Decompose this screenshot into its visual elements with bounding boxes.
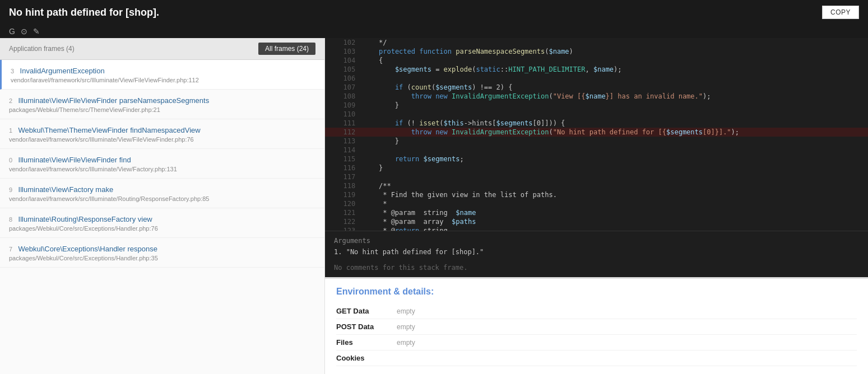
line-code: if (! isset($this->hints[$segments[0]]))… <box>362 119 868 128</box>
frame-class: Webkul\Theme\ThemeViewFinder findNamespa… <box>18 126 201 134</box>
pencil-icon[interactable]: ✎ <box>33 27 40 36</box>
line-code: /** <box>362 181 868 190</box>
line-number: 102 <box>325 38 362 47</box>
line-number: 118 <box>325 181 362 190</box>
frame-file: vendor/laravel/framework/src/Illuminate/… <box>9 195 315 202</box>
line-code <box>362 172 868 181</box>
line-code <box>362 110 868 119</box>
code-line: 117 <box>325 172 868 181</box>
line-number: 121 <box>325 208 362 217</box>
line-code: * <box>362 199 868 208</box>
line-code: throw new InvalidArgumentException("No h… <box>362 128 868 137</box>
line-number: 111 <box>325 119 362 128</box>
code-line: 121 * @param string $name <box>325 208 868 217</box>
frame-class: Illuminate\View\FileViewFinder find <box>18 156 131 164</box>
frame-file: packages/Webkul/Core/src/Exceptions/Hand… <box>9 255 315 261</box>
frame-number: 1 <box>9 127 12 134</box>
env-val-post: empty <box>397 323 415 331</box>
env-title: Environment & details: <box>336 287 857 297</box>
right-content: 102 */103 protected function parseNamesp… <box>325 38 868 277</box>
frame-class: Illuminate\View\FileViewFinder parseName… <box>18 96 210 105</box>
line-code: return $segments; <box>362 155 868 163</box>
env-key-post: POST Data <box>336 322 392 331</box>
line-number: 109 <box>325 101 362 110</box>
line-code: } <box>362 101 868 110</box>
line-number: 110 <box>325 110 362 119</box>
frame-class: Illuminate\Routing\ResponseFactory view <box>18 215 152 223</box>
line-number: 123 <box>325 226 362 231</box>
code-line: 112 throw new InvalidArgumentException("… <box>325 128 868 137</box>
frame-item[interactable]: 9 Illuminate\View\Factory make vendor/la… <box>0 179 324 208</box>
code-line: 106 <box>325 74 868 83</box>
frame-class: Webkul\Core\Exceptions\Handler response <box>18 245 157 253</box>
env-section: Environment & details: GET Data empty PO… <box>325 279 868 374</box>
frame-class: Illuminate\View\Factory make <box>18 185 114 194</box>
frame-file: vendor/laravel/framework/src/Illuminate/… <box>9 166 315 172</box>
code-line: 107 if (count($segments) !== 2) { <box>325 83 868 92</box>
env-key-cookies: Cookies <box>336 354 392 362</box>
frame-item[interactable]: 2 Illuminate\View\FileViewFinder parseNa… <box>0 90 324 119</box>
line-number: 112 <box>325 128 362 137</box>
app-frames-label: Application frames (4) <box>9 45 75 53</box>
line-code: } <box>362 137 868 146</box>
line-number: 119 <box>325 190 362 199</box>
code-line: 123 * @return string <box>325 226 868 231</box>
env-row-post: POST Data empty <box>336 319 857 335</box>
frame-item[interactable]: 0 Illuminate\View\FileViewFinder find ve… <box>0 149 324 179</box>
line-number: 105 <box>325 65 362 74</box>
line-number: 115 <box>325 155 362 163</box>
circle-icon[interactable]: ⊙ <box>21 27 27 36</box>
error-title: No hint path defined for [shop]. <box>9 7 159 18</box>
code-line: 113 } <box>325 137 868 146</box>
line-code: * @return string <box>362 226 868 231</box>
code-line: 109 } <box>325 101 868 110</box>
frame-item[interactable]: 3 InvalidArgumentException vendor/larave… <box>0 60 324 90</box>
frame-item[interactable]: 8 Illuminate\Routing\ResponseFactory vie… <box>0 208 324 238</box>
env-val-get: empty <box>397 307 415 315</box>
env-key-get: GET Data <box>336 307 392 315</box>
line-code: throw new InvalidArgumentException("View… <box>362 92 868 101</box>
frame-number: 9 <box>9 186 12 193</box>
line-code <box>362 146 868 155</box>
left-panel: Application frames (4) All frames (24) 3… <box>0 38 325 374</box>
code-area[interactable]: 102 */103 protected function parseNamesp… <box>325 38 868 231</box>
frame-item[interactable]: 7 Webkul\Core\Exceptions\Handler respons… <box>0 238 324 268</box>
main-layout: Application frames (4) All frames (24) 3… <box>0 38 868 374</box>
line-number: 103 <box>325 47 362 56</box>
code-table: 102 */103 protected function parseNamesp… <box>325 38 868 231</box>
line-number: 108 <box>325 92 362 101</box>
code-line: 103 protected function parseNamespaceSeg… <box>325 47 868 56</box>
frame-file: vendor/laravel/framework/src/Illuminate/… <box>11 77 315 83</box>
frame-item[interactable]: 1 Webkul\Theme\ThemeViewFinder findNames… <box>0 119 324 149</box>
line-code: protected function parseNamespaceSegment… <box>362 47 868 56</box>
google-icon[interactable]: G <box>9 27 15 36</box>
error-bar: No hint path defined for [shop]. COPY <box>0 0 868 25</box>
no-comments: No comments for this stack frame. <box>325 260 868 277</box>
right-panel: 102 */103 protected function parseNamesp… <box>325 38 868 374</box>
argument-item: 1. "No hint path defined for [shop]." <box>334 247 859 257</box>
line-code <box>362 74 868 83</box>
code-line: 122 * @param array $paths <box>325 217 868 226</box>
frame-class: InvalidArgumentException <box>20 67 105 75</box>
icon-row: G ⊙ ✎ <box>0 25 868 38</box>
code-line: 114 <box>325 146 868 155</box>
env-row-cookies: Cookies <box>336 350 857 366</box>
code-line: 118 /** <box>325 181 868 190</box>
code-line: 104 { <box>325 56 868 65</box>
bottom-panel: Environment & details: GET Data empty PO… <box>325 277 868 374</box>
code-line: 116 } <box>325 163 868 172</box>
line-number: 104 <box>325 56 362 65</box>
code-line: 110 <box>325 110 868 119</box>
code-line: 120 * <box>325 199 868 208</box>
frames-list[interactable]: 3 InvalidArgumentException vendor/larave… <box>0 60 324 374</box>
code-line: 115 return $segments; <box>325 155 868 163</box>
line-number: 107 <box>325 83 362 92</box>
frames-header: Application frames (4) All frames (24) <box>0 38 324 60</box>
line-number: 114 <box>325 146 362 155</box>
frame-number: 2 <box>9 97 12 104</box>
line-code: * @param string $name <box>362 208 868 217</box>
all-frames-button[interactable]: All frames (24) <box>258 43 315 55</box>
copy-button[interactable]: COPY <box>822 6 859 19</box>
frame-number: 8 <box>9 216 12 223</box>
line-number: 122 <box>325 217 362 226</box>
